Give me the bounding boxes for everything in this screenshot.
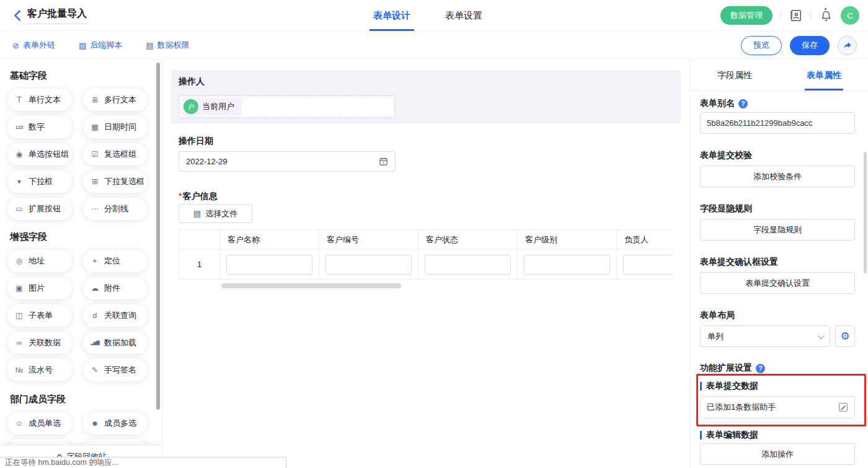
item-label: 子表单 (29, 310, 53, 321)
user-tag-label: 当前用户 (202, 101, 234, 112)
sidebar-item-extend-button[interactable]: ▭ 扩展按钮 (7, 198, 72, 220)
subtable: 客户名称 客户编号 客户状态 客户级别 负责人 1 (179, 229, 673, 280)
sidebar-item-serial-number[interactable]: № 流水号 (7, 359, 72, 381)
share-arrow-icon (843, 40, 852, 50)
share-button[interactable] (838, 36, 857, 55)
item-label: 下拉复选框 (104, 176, 144, 187)
sidebar-item-number[interactable]: 123 数字 (7, 116, 72, 138)
tab-field-properties[interactable]: 字段属性 (690, 60, 779, 91)
link-data-icon: ∞ (14, 338, 24, 347)
item-label: 日期时间 (104, 121, 136, 133)
sidebar-item-image[interactable]: ▣ 图片 (7, 277, 72, 299)
item-label: 图片 (29, 283, 45, 294)
sidebar-item-address[interactable]: ◎ 地址 (7, 250, 72, 272)
sidebar-item-divider-line[interactable]: ⋯ 分割线 (83, 198, 148, 220)
choose-file-button[interactable]: ▤ 选择文件 (179, 204, 252, 223)
confirm-dialog-button[interactable]: 表单提交确认设置 (700, 272, 855, 294)
blue-bar (700, 382, 702, 391)
address-book-icon[interactable] (788, 8, 803, 23)
add-validation-button[interactable]: 添加校验条件 (700, 166, 855, 187)
subtable-horizontal-scrollbar[interactable] (221, 283, 401, 288)
sidebar-item-datetime[interactable]: ▦ 日期时间 (83, 116, 148, 138)
sidebar-item-radio-group[interactable]: ◉ 单选按钮组 (7, 143, 72, 166)
cell-input-customer-name[interactable] (226, 255, 312, 275)
choose-file-label: 选择文件 (205, 208, 237, 219)
linked-query-icon: ☌ (90, 311, 100, 320)
divider (780, 11, 781, 20)
item-label: 定位 (104, 255, 120, 267)
sidebar-item-member-single[interactable]: ☺ 成员单选 (7, 412, 72, 435)
cell-input-customer-level[interactable] (524, 255, 610, 275)
edit-pencil-icon (838, 402, 848, 412)
current-user-tag[interactable]: 户 当前用户 (182, 98, 242, 115)
sidebar-scrollbar[interactable] (156, 63, 160, 410)
preview-button[interactable]: 预览 (741, 36, 782, 55)
form-layout-select[interactable]: 单列 (700, 325, 830, 347)
field-label: 操作日期 (179, 136, 213, 147)
cell-input-customer-code[interactable] (326, 255, 412, 275)
sidebar-item-multi-dropdown[interactable]: ⊞ 下拉复选框 (83, 170, 148, 193)
sidebar-item-signature[interactable]: ✎ 手写签名 (83, 359, 148, 381)
browser-status-bar: 正在等待 hm.baidu.com 的响应... (0, 457, 286, 468)
form-design-canvas: 操作人 户 当前用户 操作日期 2022-12-29 7 *客户信息 ▤ 选择文… (162, 60, 689, 468)
sidebar-item-member-multi[interactable]: ☻ 成员多选 (83, 412, 148, 435)
sidebar-item-dropdown[interactable]: ▾ 下拉框 (7, 170, 72, 193)
sidebar-item-single-line-text[interactable]: T 单行文本 (7, 89, 72, 111)
user-tag-avatar: 户 (184, 99, 198, 114)
external-link-button[interactable]: ⊘ 表单外链 (12, 40, 55, 51)
form-designer-app: 客户批量导入 表单设计 表单设置 数据管理 (0, 0, 868, 468)
section-title: 增强字段 (10, 231, 162, 243)
notification-bell-icon[interactable] (818, 8, 833, 23)
form-alias-value: 5b8a26b211b21299bab9cacc (707, 118, 812, 128)
tab-form-settings[interactable]: 表单设置 (441, 0, 486, 31)
sidebar-item-linked-query[interactable]: ☌ 关联查询 (83, 304, 148, 327)
corner-cell (179, 230, 220, 250)
divider-icon: ⋯ (90, 205, 100, 213)
cell-input-customer-status[interactable] (425, 255, 511, 275)
cell-input-owner[interactable] (623, 255, 673, 275)
field-block-operator[interactable]: 操作人 户 当前用户 (171, 70, 681, 123)
user-avatar[interactable]: C (841, 6, 859, 25)
operator-value-box[interactable]: 户 当前用户 (179, 95, 395, 118)
panel-scrollbar[interactable] (864, 152, 867, 273)
sidebar-item-data-load[interactable]: ▂▅▇ 数据加载 (83, 332, 148, 354)
header-tabs: 表单设计 表单设置 (370, 0, 486, 31)
tab-form-design[interactable]: 表单设计 (370, 0, 414, 31)
layout-settings-button[interactable]: ⚙ (835, 325, 855, 347)
sidebar-item-attachment[interactable]: ☁ 附件 (83, 277, 148, 299)
backend-script-button[interactable]: ▨ 后端脚本 (79, 40, 122, 51)
item-label: 成员单选 (29, 418, 61, 429)
tab-form-properties[interactable]: 表单属性 (779, 60, 868, 91)
data-permission-button[interactable]: ▤ 数据权限 (146, 40, 189, 51)
form-alias-input[interactable]: 5b8a26b211b21299bab9cacc (700, 112, 855, 134)
date-input[interactable]: 2022-12-29 7 (179, 151, 396, 172)
submit-data-value: 已添加1条数据助手 (707, 402, 838, 413)
section-title: 部门成员字段 (10, 394, 162, 405)
heading-label: 表单别名 (700, 98, 735, 109)
subheading-label: 表单提交数据 (706, 381, 758, 392)
sidebar-item-subform[interactable]: ◫ 子表单 (7, 304, 72, 327)
visibility-rules-button[interactable]: 字段显隐规则 (700, 219, 855, 241)
back-icon[interactable] (11, 9, 25, 22)
item-label: 下拉框 (29, 176, 53, 187)
properties-panel: 字段属性 表单属性 表单别名 ? 5b8a26b211b21299bab9cac… (689, 60, 868, 468)
save-button[interactable]: 保存 (790, 36, 830, 55)
layout-selected-value: 单列 (707, 331, 818, 342)
sidebar-item-multi-line-text[interactable]: ≣ 多行文本 (83, 89, 148, 111)
multi-line-text-icon: ≣ (90, 95, 100, 104)
help-icon[interactable]: ? (738, 99, 748, 108)
sidebar-item-linked-data[interactable]: ∞ 关联数据 (7, 332, 72, 354)
add-operation-button[interactable]: 添加操作 (700, 443, 855, 465)
submit-validation-heading: 表单提交校验 (700, 150, 752, 161)
data-manage-button[interactable]: 数据管理 (720, 6, 773, 25)
help-icon[interactable]: ? (756, 364, 765, 373)
bar-chart-icon: ▂▅▇ (90, 340, 100, 345)
column-header: 客户名称 (220, 230, 319, 250)
dropdown-icon: ▾ (14, 177, 24, 186)
submit-data-value-box[interactable]: 已添加1条数据助手 (700, 396, 855, 418)
field-label-required: *客户信息 (179, 191, 217, 202)
page-title[interactable]: 客户批量导入 (27, 7, 87, 24)
sidebar-item-geolocation[interactable]: ⌖ 定位 (83, 250, 148, 272)
section-basic-fields: 基础字段 T 单行文本 ≣ 多行文本 123 数字 ▦ 日期时间 (0, 60, 162, 220)
sidebar-item-checkbox-group[interactable]: ☑ 复选框组 (83, 143, 148, 166)
